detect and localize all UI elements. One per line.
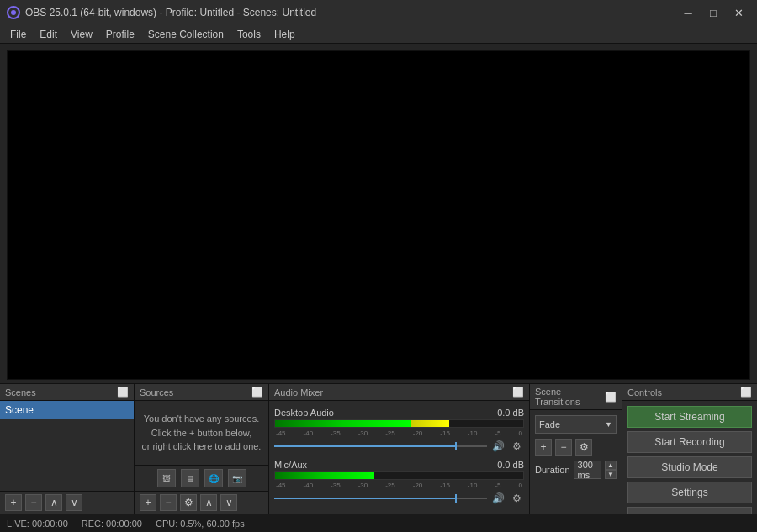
mic-aux-meter-green (275, 472, 374, 479)
obs-icon (7, 6, 20, 19)
sources-add-button[interactable]: + (140, 494, 156, 511)
transitions-type-arrow: ▼ (605, 420, 612, 429)
statusbar: LIVE: 00:00:00 REC: 00:00:00 CPU: 0.5%, … (0, 514, 757, 532)
transitions-duration-spinner[interactable]: ▲ ▼ (605, 461, 617, 479)
audio-mixer-panel-title: Audio Mixer (274, 387, 323, 398)
mic-volume-slider[interactable] (274, 492, 487, 504)
transitions-remove-button[interactable]: − (555, 439, 572, 456)
audio-track-mic-header: Mic/Aux 0.0 dB (274, 460, 524, 470)
menu-edit[interactable]: Edit (33, 27, 64, 42)
scenes-panel-icon[interactable]: ⬜ (117, 387, 129, 398)
transitions-duration-label: Duration (535, 465, 570, 475)
transitions-duration-input[interactable]: 300 ms (574, 461, 601, 479)
sources-panel: Sources ⬜ You don't have any sources. Cl… (135, 384, 269, 514)
transitions-add-button[interactable]: + (535, 439, 552, 456)
scenes-panel-title: Scenes (5, 387, 36, 398)
rec-status: REC: 00:00:00 (82, 519, 142, 529)
desktop-audio-controls: 🔊 ⚙ (274, 439, 524, 454)
audio-mixer-panel-header: Audio Mixer ⬜ (269, 384, 529, 401)
transitions-gear-button[interactable]: ⚙ (575, 439, 592, 456)
close-button[interactable]: ✕ (727, 3, 750, 22)
transitions-duration-up[interactable]: ▲ (605, 461, 617, 470)
titlebar-title: OBS 25.0.1 (64-bit, windows) - Profile: … (25, 7, 316, 18)
desktop-audio-meter-yellow (411, 420, 448, 427)
audio-track-desktop-header: Desktop Audio 0.0 dB (274, 408, 524, 418)
desktop-audio-mute-button[interactable]: 🔊 (490, 439, 506, 454)
start-streaming-button[interactable]: Start Streaming (627, 406, 752, 428)
transitions-type-select[interactable]: Fade ▼ (535, 415, 617, 434)
source-type-image-icon[interactable]: 🖼 (157, 469, 176, 487)
menu-tools[interactable]: Tools (230, 27, 267, 42)
menu-file[interactable]: File (3, 27, 33, 42)
exit-button[interactable]: Exit (627, 507, 752, 514)
scenes-panel-header: Scenes ⬜ (0, 384, 134, 401)
desktop-audio-meter-green (275, 420, 411, 427)
audio-mixer-panel-icon[interactable]: ⬜ (512, 387, 524, 398)
transitions-toolbar: + − ⚙ (535, 439, 617, 456)
menu-help[interactable]: Help (267, 27, 302, 42)
start-recording-button[interactable]: Start Recording (627, 431, 752, 453)
transitions-duration-row: Duration 300 ms ▲ ▼ (535, 461, 617, 479)
sources-toolbar: + − ⚙ ∧ ∨ (135, 491, 268, 514)
transitions-panel: Scene Transitions ⬜ Fade ▼ + − ⚙ (530, 384, 622, 514)
source-type-camera-icon[interactable]: 📷 (228, 469, 246, 487)
controls-panel-title: Controls (627, 387, 662, 398)
scenes-move-down-button[interactable]: ∨ (66, 494, 82, 511)
scenes-remove-button[interactable]: − (25, 494, 42, 511)
transitions-panel-icon[interactable]: ⬜ (605, 392, 617, 403)
studio-mode-button[interactable]: Studio Mode (627, 456, 752, 478)
audio-tracks-container: Desktop Audio 0.0 dB -45 -40 -35 -30 -25… (269, 401, 529, 514)
desktop-audio-db: 0.0 dB (497, 408, 524, 418)
sources-empty-text[interactable]: You don't have any sources. Click the + … (135, 401, 268, 465)
scenes-panel: Scenes ⬜ Scene + − ∧ ∨ (0, 384, 135, 514)
mic-aux-meter (274, 471, 524, 480)
menubar: File Edit View Profile Scene Collection … (0, 25, 757, 44)
desktop-audio-settings-button[interactable]: ⚙ (509, 439, 524, 454)
sources-panel-title: Sources (140, 387, 173, 398)
scenes-list: Scene (0, 401, 134, 491)
menu-view[interactable]: View (64, 27, 99, 42)
source-type-browser-icon[interactable]: 🌐 (204, 469, 223, 487)
audio-track-desktop: Desktop Audio 0.0 dB -45 -40 -35 -30 -25… (269, 404, 529, 456)
menu-scene-collection[interactable]: Scene Collection (141, 27, 230, 42)
mic-aux-controls: 🔊 ⚙ (274, 491, 524, 506)
menu-profile[interactable]: Profile (99, 27, 141, 42)
transitions-duration-value: 300 ms (578, 460, 597, 480)
cpu-status: CPU: 0.5%, 60.00 fps (156, 519, 245, 529)
scenes-add-button[interactable]: + (5, 494, 22, 511)
sources-move-down-button[interactable]: ∨ (220, 494, 237, 511)
controls-panel-header: Controls ⬜ (622, 384, 757, 401)
settings-button[interactable]: Settings (627, 482, 752, 503)
preview-canvas (7, 50, 750, 380)
sources-remove-button[interactable]: − (160, 494, 177, 511)
transitions-duration-down[interactable]: ▼ (605, 470, 617, 479)
source-type-display-icon[interactable]: 🖥 (181, 469, 199, 487)
scenes-move-up-button[interactable]: ∧ (45, 494, 62, 511)
desktop-audio-scale: -45 -40 -35 -30 -25 -20 -15 -10 -5 0 (274, 429, 524, 437)
maximize-button[interactable]: □ (701, 3, 725, 22)
scene-item-0[interactable]: Scene (0, 401, 134, 419)
audio-track-mic: Mic/Aux 0.0 dB -45 -40 -35 -30 -25 -20 -… (269, 456, 529, 508)
titlebar-controls[interactable]: ─ □ ✕ (676, 3, 750, 22)
sources-type-icons: 🖼 🖥 🌐 📷 (135, 465, 268, 491)
sources-move-up-button[interactable]: ∧ (200, 494, 217, 511)
main-area: Scenes ⬜ Scene + − ∧ ∨ Sources ⬜ You don… (0, 44, 757, 514)
controls-content: Start Streaming Start Recording Studio M… (622, 401, 757, 514)
desktop-audio-meter (274, 419, 524, 428)
desktop-volume-slider[interactable] (274, 440, 487, 452)
controls-panel: Controls ⬜ Start Streaming Start Recordi… (622, 384, 757, 514)
mic-aux-db: 0.0 dB (497, 460, 524, 470)
minimize-button[interactable]: ─ (676, 3, 700, 22)
sources-gear-button[interactable]: ⚙ (180, 494, 197, 511)
controls-panel-icon[interactable]: ⬜ (740, 387, 752, 398)
sources-panel-icon[interactable]: ⬜ (251, 387, 263, 398)
live-status: LIVE: 00:00:00 (7, 519, 68, 529)
desktop-audio-label: Desktop Audio (274, 408, 334, 418)
titlebar: OBS 25.0.1 (64-bit, windows) - Profile: … (0, 0, 757, 25)
sources-panel-header: Sources ⬜ (135, 384, 268, 401)
transitions-panel-title: Scene Transitions (535, 387, 605, 407)
titlebar-left: OBS 25.0.1 (64-bit, windows) - Profile: … (7, 6, 316, 19)
transitions-type-value: Fade (539, 419, 560, 429)
mic-aux-settings-button[interactable]: ⚙ (509, 491, 524, 506)
mic-aux-mute-button[interactable]: 🔊 (490, 491, 506, 506)
